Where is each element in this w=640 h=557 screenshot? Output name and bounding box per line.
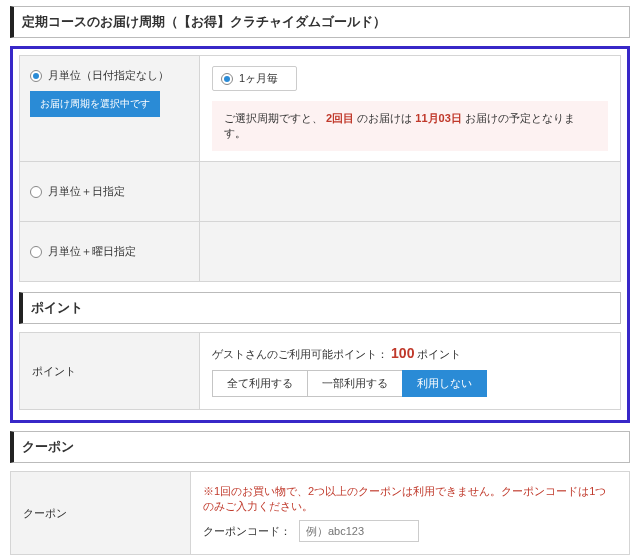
option-detail-panel: 1ヶ月毎 ご選択周期ですと、 2回目 のお届けは 11月03日 お届けの予定とな… — [200, 56, 621, 162]
option-monthly-with-date[interactable]: 月単位＋日指定 — [20, 162, 200, 222]
option-label: 月単位＋日指定 — [48, 184, 125, 199]
notice-text: ご選択周期ですと、 — [224, 112, 323, 124]
points-text: ゲストさんのご利用可能ポイント： — [212, 348, 388, 360]
radio-icon — [221, 73, 233, 85]
delivery-options-table: 月単位（日付指定なし） お届け周期を選択中です 1ヶ月毎 ご選択周期ですと、 2… — [19, 55, 621, 282]
interval-label: 1ヶ月毎 — [239, 71, 278, 86]
points-label-cell: ポイント — [20, 333, 200, 410]
coupon-code-label: クーポンコード： — [203, 524, 291, 539]
option-monthly-with-weekday[interactable]: 月単位＋曜日指定 — [20, 222, 200, 282]
coupon-code-input[interactable] — [299, 520, 419, 542]
points-use-all-button[interactable]: 全て利用する — [212, 370, 308, 397]
coupon-table: クーポン ※1回のお買い物で、2つ以上のクーポンは利用できません。クーポンコード… — [10, 471, 630, 555]
points-use-partial-button[interactable]: 一部利用する — [307, 370, 403, 397]
section-title-coupon: クーポン — [10, 431, 630, 463]
coupon-label-cell: クーポン — [11, 472, 191, 555]
radio-icon — [30, 186, 42, 198]
highlight-frame: 月単位（日付指定なし） お届け周期を選択中です 1ヶ月毎 ご選択周期ですと、 2… — [10, 46, 630, 423]
notice-text: のお届けは — [357, 112, 412, 124]
option-label: 月単位＋曜日指定 — [48, 244, 136, 259]
delivery-notice: ご選択周期ですと、 2回目 のお届けは 11月03日 お届けの予定となります。 — [212, 101, 608, 151]
points-content-cell: ゲストさんのご利用可能ポイント： 100 ポイント 全て利用する 一部利用する … — [200, 333, 621, 410]
points-value: 100 — [391, 345, 414, 361]
option-detail-empty — [200, 222, 621, 282]
points-table: ポイント ゲストさんのご利用可能ポイント： 100 ポイント 全て利用する 一部… — [19, 332, 621, 410]
points-use-none-button[interactable]: 利用しない — [402, 370, 487, 397]
selecting-badge: お届け周期を選択中です — [30, 91, 160, 117]
notice-date: 11月03日 — [415, 112, 461, 124]
coupon-note: ※1回のお買い物で、2つ以上のクーポンは利用できません。クーポンコードは1つのみ… — [203, 484, 617, 514]
radio-icon — [30, 70, 42, 82]
option-detail-empty — [200, 162, 621, 222]
radio-icon — [30, 246, 42, 258]
section-title-delivery: 定期コースのお届け周期（【お得】クラチャイダムゴールド） — [10, 6, 630, 38]
points-usage-toggle: 全て利用する 一部利用する 利用しない — [212, 370, 608, 397]
option-label: 月単位（日付指定なし） — [48, 68, 169, 83]
notice-count: 2回目 — [326, 112, 354, 124]
points-text: ポイント — [417, 348, 461, 360]
points-available-line: ゲストさんのご利用可能ポイント： 100 ポイント — [212, 345, 608, 362]
interval-option[interactable]: 1ヶ月毎 — [212, 66, 297, 91]
section-title-points: ポイント — [19, 292, 621, 324]
coupon-content-cell: ※1回のお買い物で、2つ以上のクーポンは利用できません。クーポンコードは1つのみ… — [191, 472, 630, 555]
option-monthly-no-date[interactable]: 月単位（日付指定なし） お届け周期を選択中です — [20, 56, 200, 162]
